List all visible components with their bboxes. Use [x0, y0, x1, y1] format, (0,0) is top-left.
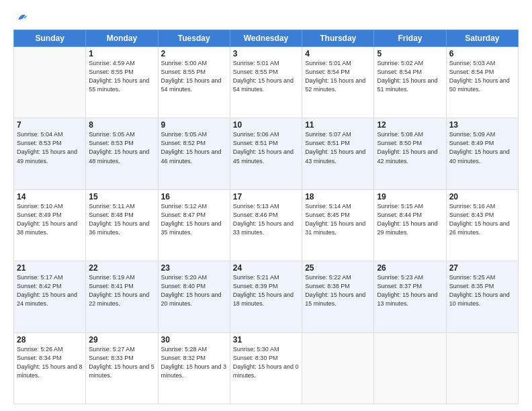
day-info: Sunrise: 5:26 AM Sunset: 8:34 PM Dayligh… [17, 345, 83, 380]
calendar-cell: 2Sunrise: 5:00 AM Sunset: 8:55 PM Daylig… [158, 47, 230, 118]
day-number: 14 [17, 192, 83, 201]
day-info: Sunrise: 5:00 AM Sunset: 8:55 PM Dayligh… [161, 59, 227, 94]
day-number: 28 [17, 335, 83, 345]
day-number: 19 [377, 192, 443, 201]
calendar-cell [446, 332, 518, 404]
day-info: Sunrise: 5:01 AM Sunset: 8:55 PM Dayligh… [233, 59, 299, 94]
calendar-cell [302, 332, 374, 404]
day-number: 29 [89, 335, 154, 345]
day-info: Sunrise: 4:59 AM Sunset: 8:55 PM Dayligh… [89, 59, 154, 94]
day-number: 9 [161, 120, 227, 130]
calendar-cell: 22Sunrise: 5:19 AM Sunset: 8:41 PM Dayli… [86, 261, 158, 332]
day-info: Sunrise: 5:22 AM Sunset: 8:38 PM Dayligh… [305, 273, 371, 308]
calendar-cell: 3Sunrise: 5:01 AM Sunset: 8:55 PM Daylig… [230, 47, 302, 118]
calendar-cell [14, 47, 86, 118]
day-number: 30 [161, 335, 227, 345]
day-info: Sunrise: 5:09 AM Sunset: 8:49 PM Dayligh… [449, 130, 515, 165]
calendar-week-row: 14Sunrise: 5:10 AM Sunset: 8:49 PM Dayli… [14, 189, 519, 261]
logo [13, 11, 28, 24]
calendar-cell: 13Sunrise: 5:09 AM Sunset: 8:49 PM Dayli… [446, 118, 518, 189]
day-info: Sunrise: 5:14 AM Sunset: 8:45 PM Dayligh… [305, 202, 371, 237]
day-number: 15 [89, 192, 154, 201]
calendar-header: SundayMondayTuesdayWednesdayThursdayFrid… [14, 30, 519, 47]
calendar-cell: 12Sunrise: 5:08 AM Sunset: 8:50 PM Dayli… [374, 118, 446, 189]
day-number: 17 [233, 192, 299, 201]
day-info: Sunrise: 5:12 AM Sunset: 8:47 PM Dayligh… [161, 202, 227, 237]
day-number: 22 [89, 263, 154, 273]
weekday-header-wednesday: Wednesday [230, 30, 302, 47]
day-info: Sunrise: 5:05 AM Sunset: 8:52 PM Dayligh… [161, 130, 227, 165]
weekday-header-saturday: Saturday [446, 30, 518, 47]
calendar-cell [374, 332, 446, 404]
weekday-header-thursday: Thursday [302, 30, 374, 47]
calendar-cell: 5Sunrise: 5:02 AM Sunset: 8:54 PM Daylig… [374, 47, 446, 118]
weekday-header-row: SundayMondayTuesdayWednesdayThursdayFrid… [14, 30, 519, 47]
day-number: 12 [377, 120, 443, 130]
day-number: 18 [305, 192, 371, 201]
calendar-week-row: 28Sunrise: 5:26 AM Sunset: 8:34 PM Dayli… [14, 332, 519, 404]
calendar-cell: 24Sunrise: 5:21 AM Sunset: 8:39 PM Dayli… [230, 261, 302, 332]
day-info: Sunrise: 5:25 AM Sunset: 8:35 PM Dayligh… [449, 273, 515, 308]
day-info: Sunrise: 5:21 AM Sunset: 8:39 PM Dayligh… [233, 273, 299, 308]
day-info: Sunrise: 5:28 AM Sunset: 8:32 PM Dayligh… [161, 345, 227, 380]
day-info: Sunrise: 5:10 AM Sunset: 8:49 PM Dayligh… [17, 202, 83, 237]
day-number: 7 [17, 120, 83, 130]
calendar-week-row: 1Sunrise: 4:59 AM Sunset: 8:55 PM Daylig… [14, 47, 519, 118]
calendar-cell: 10Sunrise: 5:06 AM Sunset: 8:51 PM Dayli… [230, 118, 302, 189]
calendar-cell: 15Sunrise: 5:11 AM Sunset: 8:48 PM Dayli… [86, 189, 158, 261]
calendar-cell: 20Sunrise: 5:16 AM Sunset: 8:43 PM Dayli… [446, 189, 518, 261]
day-info: Sunrise: 5:30 AM Sunset: 8:30 PM Dayligh… [233, 345, 299, 380]
calendar-cell: 19Sunrise: 5:15 AM Sunset: 8:44 PM Dayli… [374, 189, 446, 261]
day-number: 27 [449, 263, 515, 273]
calendar-week-row: 7Sunrise: 5:04 AM Sunset: 8:53 PM Daylig… [14, 118, 519, 189]
weekday-header-sunday: Sunday [14, 30, 86, 47]
day-info: Sunrise: 5:23 AM Sunset: 8:37 PM Dayligh… [377, 273, 443, 308]
calendar-cell: 23Sunrise: 5:20 AM Sunset: 8:40 PM Dayli… [158, 261, 230, 332]
calendar-table: SundayMondayTuesdayWednesdayThursdayFrid… [13, 30, 519, 404]
day-number: 10 [233, 120, 299, 130]
day-info: Sunrise: 5:20 AM Sunset: 8:40 PM Dayligh… [161, 273, 227, 308]
day-number: 8 [89, 120, 154, 130]
weekday-header-monday: Monday [86, 30, 158, 47]
calendar-cell: 26Sunrise: 5:23 AM Sunset: 8:37 PM Dayli… [374, 261, 446, 332]
calendar-cell: 8Sunrise: 5:05 AM Sunset: 8:53 PM Daylig… [86, 118, 158, 189]
calendar-cell: 9Sunrise: 5:05 AM Sunset: 8:52 PM Daylig… [158, 118, 230, 189]
day-info: Sunrise: 5:07 AM Sunset: 8:51 PM Dayligh… [305, 130, 371, 165]
calendar-cell: 27Sunrise: 5:25 AM Sunset: 8:35 PM Dayli… [446, 261, 518, 332]
day-info: Sunrise: 5:13 AM Sunset: 8:46 PM Dayligh… [233, 202, 299, 237]
day-info: Sunrise: 5:17 AM Sunset: 8:42 PM Dayligh… [17, 273, 83, 308]
weekday-header-friday: Friday [374, 30, 446, 47]
day-info: Sunrise: 5:27 AM Sunset: 8:33 PM Dayligh… [89, 345, 154, 380]
header [13, 11, 519, 24]
day-info: Sunrise: 5:04 AM Sunset: 8:53 PM Dayligh… [17, 130, 83, 165]
calendar-cell: 28Sunrise: 5:26 AM Sunset: 8:34 PM Dayli… [14, 332, 86, 404]
logo-bird-icon [15, 11, 28, 24]
calendar-cell: 30Sunrise: 5:28 AM Sunset: 8:32 PM Dayli… [158, 332, 230, 404]
calendar-cell: 16Sunrise: 5:12 AM Sunset: 8:47 PM Dayli… [158, 189, 230, 261]
day-number: 16 [161, 192, 227, 201]
day-info: Sunrise: 5:11 AM Sunset: 8:48 PM Dayligh… [89, 202, 154, 237]
calendar-body: 1Sunrise: 4:59 AM Sunset: 8:55 PM Daylig… [14, 47, 519, 404]
calendar-cell: 14Sunrise: 5:10 AM Sunset: 8:49 PM Dayli… [14, 189, 86, 261]
calendar-cell: 11Sunrise: 5:07 AM Sunset: 8:51 PM Dayli… [302, 118, 374, 189]
calendar-cell: 1Sunrise: 4:59 AM Sunset: 8:55 PM Daylig… [86, 47, 158, 118]
day-number: 23 [161, 263, 227, 273]
day-number: 13 [449, 120, 515, 130]
calendar-cell: 21Sunrise: 5:17 AM Sunset: 8:42 PM Dayli… [14, 261, 86, 332]
day-number: 21 [17, 263, 83, 273]
day-number: 25 [305, 263, 371, 273]
day-info: Sunrise: 5:02 AM Sunset: 8:54 PM Dayligh… [377, 59, 443, 94]
day-number: 11 [305, 120, 371, 130]
day-info: Sunrise: 5:01 AM Sunset: 8:54 PM Dayligh… [305, 59, 371, 94]
day-info: Sunrise: 5:19 AM Sunset: 8:41 PM Dayligh… [89, 273, 154, 308]
day-number: 31 [233, 335, 299, 345]
day-number: 5 [377, 49, 443, 58]
day-info: Sunrise: 5:05 AM Sunset: 8:53 PM Dayligh… [89, 130, 154, 165]
day-number: 6 [449, 49, 515, 58]
calendar-cell: 17Sunrise: 5:13 AM Sunset: 8:46 PM Dayli… [230, 189, 302, 261]
day-number: 24 [233, 263, 299, 273]
day-number: 3 [233, 49, 299, 58]
day-info: Sunrise: 5:15 AM Sunset: 8:44 PM Dayligh… [377, 202, 443, 237]
weekday-header-tuesday: Tuesday [158, 30, 230, 47]
day-number: 1 [89, 49, 154, 58]
